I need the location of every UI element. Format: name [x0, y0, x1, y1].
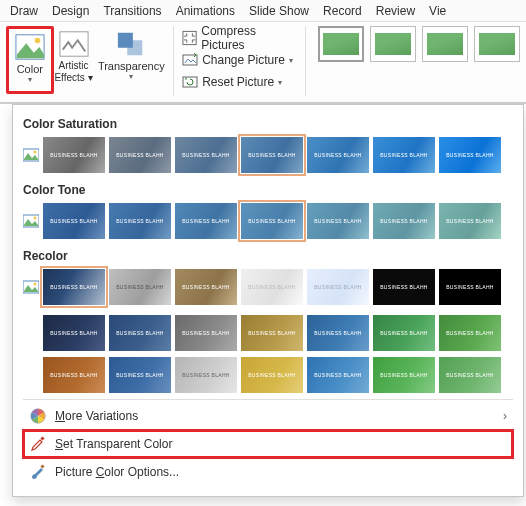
recolor-thumb[interactable]: BUSINESS BLAHH: [241, 315, 303, 351]
chevron-down-icon: ▾: [129, 72, 133, 81]
recolor-thumb[interactable]: BUSINESS BLAHH: [307, 269, 369, 305]
style-thumb[interactable]: [422, 26, 468, 62]
tone-thumb[interactable]: BUSINESS BLAHH: [175, 203, 237, 239]
artistic-effects-button[interactable]: ArtisticEffects ▾: [54, 26, 94, 94]
recolor-thumb[interactable]: BUSINESS BLAHH: [307, 315, 369, 351]
separator: [305, 26, 306, 96]
recolor-label: Recolor: [23, 249, 513, 263]
chevron-down-icon: ▾: [28, 75, 32, 84]
chevron-right-icon: ›: [503, 409, 507, 423]
artistic-label: ArtisticEffects ▾: [54, 60, 92, 84]
recolor-row-1: BUSINESS BLAHH BUSINESS BLAHH BUSINESS B…: [23, 269, 513, 305]
recolor-thumb[interactable]: BUSINESS BLAHH: [109, 269, 171, 305]
recolor-thumb[interactable]: BUSINESS BLAHH: [241, 269, 303, 305]
recolor-thumb[interactable]: BUSINESS BLAHH: [109, 315, 171, 351]
transparency-icon: [116, 30, 146, 58]
reset-picture-button[interactable]: Reset Picture ▾: [182, 72, 297, 92]
svg-point-14: [34, 217, 37, 220]
tab-transitions[interactable]: Transitions: [103, 4, 161, 17]
recolor-thumb[interactable]: BUSINESS BLAHH: [373, 357, 435, 393]
change-picture-button[interactable]: Change Picture ▾: [182, 50, 297, 70]
eyedropper-icon: [29, 435, 47, 453]
tone-thumb-selected[interactable]: BUSINESS BLAHH: [241, 203, 303, 239]
recolor-thumb[interactable]: BUSINESS BLAHH: [439, 315, 501, 351]
picture-icon: [23, 279, 39, 295]
recolor-thumb-original[interactable]: BUSINESS BLAHH: [43, 269, 105, 305]
recolor-thumb[interactable]: BUSINESS BLAHH: [175, 357, 237, 393]
saturation-thumb[interactable]: BUSINESS BLAHH: [373, 137, 435, 173]
style-thumb[interactable]: [318, 26, 364, 62]
recolor-row-3: BUSINESS BLAHH BUSINESS BLAHH BUSINESS B…: [43, 357, 513, 393]
change-picture-icon: [182, 52, 198, 68]
adjust-stack: Compress Pictures Change Picture ▾ Reset…: [178, 26, 301, 94]
recolor-thumb[interactable]: BUSINESS BLAHH: [43, 357, 105, 393]
tone-thumb[interactable]: BUSINESS BLAHH: [109, 203, 171, 239]
color-wheel-icon: [29, 407, 47, 425]
picture-icon: [23, 147, 39, 163]
color-dropdown: Color Saturation BUSINESS BLAHH BUSINESS…: [12, 104, 524, 497]
svg-rect-20: [40, 464, 44, 468]
reset-label: Reset Picture: [202, 75, 274, 89]
recolor-thumb[interactable]: BUSINESS BLAHH: [439, 357, 501, 393]
reset-icon: [182, 74, 198, 90]
set-transparent-label: Set Transparent Color: [55, 437, 172, 451]
saturation-thumb[interactable]: BUSINESS BLAHH: [109, 137, 171, 173]
more-variations-item[interactable]: More Variations ›: [23, 402, 513, 430]
recolor-thumb[interactable]: BUSINESS BLAHH: [175, 315, 237, 351]
svg-point-11: [34, 151, 37, 154]
saturation-thumb[interactable]: BUSINESS BLAHH: [307, 137, 369, 173]
svg-rect-5: [128, 40, 143, 55]
tone-label: Color Tone: [23, 183, 513, 197]
picture-color-options-label: Picture Color Options...: [55, 465, 179, 479]
transparency-button[interactable]: Transparency ▾: [93, 26, 169, 94]
compress-label: Compress Pictures: [201, 24, 297, 52]
set-transparent-color-item[interactable]: Set Transparent Color: [23, 430, 513, 458]
ribbon: Color ▾ ArtisticEffects ▾ Transparency ▾…: [0, 22, 526, 104]
recolor-thumb[interactable]: BUSINESS BLAHH: [307, 357, 369, 393]
tone-thumb[interactable]: BUSINESS BLAHH: [439, 203, 501, 239]
svg-rect-6: [183, 31, 196, 44]
tab-design[interactable]: Design: [52, 4, 89, 17]
saturation-row: BUSINESS BLAHH BUSINESS BLAHH BUSINESS B…: [23, 137, 513, 173]
recolor-thumb[interactable]: BUSINESS BLAHH: [373, 315, 435, 351]
saturation-label: Color Saturation: [23, 117, 513, 131]
tab-record[interactable]: Record: [323, 4, 362, 17]
saturation-thumb[interactable]: BUSINESS BLAHH: [43, 137, 105, 173]
compress-icon: [182, 30, 197, 46]
tab-animations[interactable]: Animations: [176, 4, 235, 17]
recolor-thumb[interactable]: BUSINESS BLAHH: [439, 269, 501, 305]
svg-point-17: [34, 283, 37, 286]
tone-thumb[interactable]: BUSINESS BLAHH: [373, 203, 435, 239]
paintbrush-icon: [29, 463, 47, 481]
chevron-down-icon: ▾: [289, 56, 293, 65]
picture-icon: [15, 33, 45, 61]
chevron-down-icon: ▾: [278, 78, 282, 87]
picture-color-options-item[interactable]: Picture Color Options...: [23, 458, 513, 486]
picture-styles-gallery[interactable]: [318, 26, 520, 62]
recolor-thumb[interactable]: BUSINESS BLAHH: [175, 269, 237, 305]
saturation-thumb[interactable]: BUSINESS BLAHH: [175, 137, 237, 173]
recolor-thumb[interactable]: BUSINESS BLAHH: [241, 357, 303, 393]
saturation-thumb[interactable]: BUSINESS BLAHH: [439, 137, 501, 173]
recolor-thumb[interactable]: BUSINESS BLAHH: [373, 269, 435, 305]
transparency-label: Transparency: [98, 60, 165, 72]
artistic-icon: [59, 30, 89, 58]
svg-point-2: [35, 38, 41, 44]
color-button[interactable]: Color ▾: [6, 26, 54, 94]
tone-thumb[interactable]: BUSINESS BLAHH: [43, 203, 105, 239]
saturation-thumb-selected[interactable]: BUSINESS BLAHH: [241, 137, 303, 173]
recolor-thumb[interactable]: BUSINESS BLAHH: [43, 315, 105, 351]
compress-pictures-button[interactable]: Compress Pictures: [182, 28, 297, 48]
tab-draw[interactable]: Draw: [10, 4, 38, 17]
tone-thumb[interactable]: BUSINESS BLAHH: [307, 203, 369, 239]
style-thumb[interactable]: [474, 26, 520, 62]
separator: [173, 26, 174, 96]
style-thumb[interactable]: [370, 26, 416, 62]
color-label: Color: [17, 63, 43, 75]
tone-row: BUSINESS BLAHH BUSINESS BLAHH BUSINESS B…: [23, 203, 513, 239]
tab-view[interactable]: Vie: [429, 4, 446, 17]
recolor-thumb[interactable]: BUSINESS BLAHH: [109, 357, 171, 393]
tab-slide-show[interactable]: Slide Show: [249, 4, 309, 17]
tab-review[interactable]: Review: [376, 4, 415, 17]
svg-rect-19: [40, 436, 44, 440]
